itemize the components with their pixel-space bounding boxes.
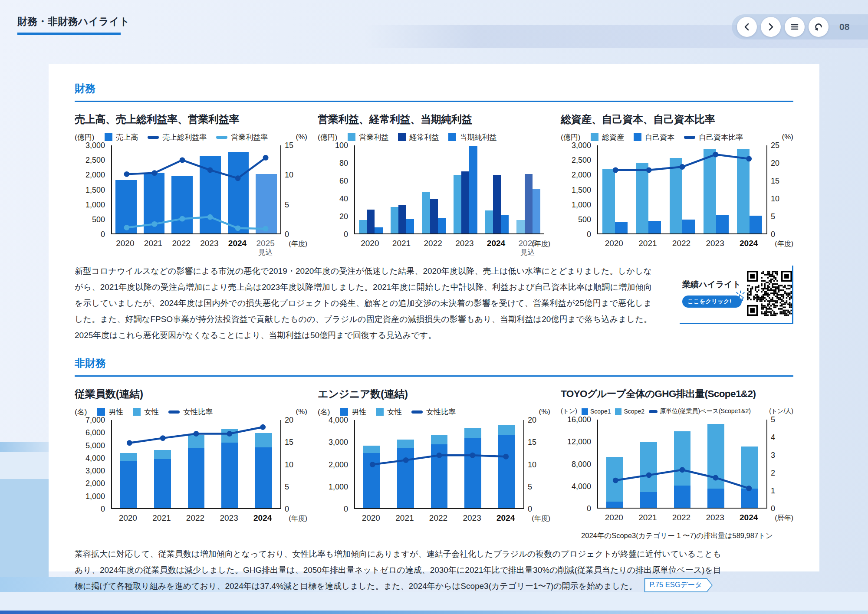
plot-box bbox=[597, 145, 767, 234]
esg-data-link[interactable]: P.75 ESGデータ bbox=[644, 578, 713, 592]
legend-square-marker bbox=[376, 408, 384, 416]
x-axis-unit: (年度) bbox=[532, 240, 550, 249]
legend-item: 女性 bbox=[133, 407, 159, 417]
legend-label: 売上総利益率 bbox=[162, 132, 207, 142]
chart-title: 売上高、売上総利益率、営業利益率 bbox=[75, 112, 307, 126]
x-axis-label: 2024 bbox=[740, 513, 758, 522]
y-axis-tick: 2,500 bbox=[561, 156, 591, 164]
legend-item: Scope1 bbox=[582, 408, 611, 415]
plot-box bbox=[597, 420, 767, 509]
legend-label: 売上高 bbox=[116, 132, 138, 142]
x-axis-label: 2021 bbox=[144, 239, 162, 248]
data-point bbox=[194, 431, 199, 437]
legend-item: 経常利益 bbox=[398, 132, 439, 142]
menu-button[interactable] bbox=[785, 17, 805, 37]
legend-item: Scope2 bbox=[615, 408, 644, 415]
legend-square-marker bbox=[634, 133, 641, 141]
trend-lines bbox=[355, 420, 523, 508]
esg-link-label: P.75 ESGデータ bbox=[645, 579, 712, 591]
x-axis-label: 2020 bbox=[605, 513, 623, 522]
legend-square-marker bbox=[591, 133, 598, 141]
y2-axis-tick: 1 bbox=[771, 486, 775, 495]
data-point bbox=[613, 167, 618, 173]
bar-segment bbox=[430, 199, 438, 233]
x-axis-label: 2022 bbox=[429, 513, 447, 522]
legend-line-marker bbox=[649, 410, 658, 413]
legend-label: 総資産 bbox=[602, 132, 624, 142]
x-axis-label: 2020 bbox=[362, 513, 380, 522]
section-heading-non-financial: 非財務 bbox=[75, 356, 793, 377]
y2-axis-tick: 5 bbox=[285, 483, 289, 491]
page-title: 財務・非財務ハイライト bbox=[17, 15, 130, 28]
legend-item: 自己資本 bbox=[634, 132, 674, 142]
legend-label: 経常利益 bbox=[409, 132, 439, 142]
chevron-left-icon bbox=[742, 22, 752, 32]
click-here-button[interactable]: ここをクリック! bbox=[682, 296, 742, 308]
data-point bbox=[127, 440, 132, 446]
chart-legend: (トン)Scope1Scope2原単位(従業員)ベース(Scope1&2)(トン… bbox=[561, 405, 793, 418]
financial-commentary-row: 新型コロナウイルスなどの影響による市況の悪化で2019・2020年度の受注が低迷… bbox=[75, 263, 793, 343]
legend-label: 自己資本 bbox=[645, 132, 674, 142]
bar-segment bbox=[454, 175, 461, 233]
legend-item: 営業利益率 bbox=[216, 132, 268, 142]
legend-label: 女性比率 bbox=[183, 407, 213, 417]
data-point bbox=[370, 462, 375, 467]
x-axis-label: 2021 bbox=[638, 239, 657, 248]
plot-box bbox=[111, 420, 281, 509]
page-number: 08 bbox=[839, 22, 849, 32]
content-card: 財務 売上高、売上総利益率、営業利益率 (億円)売上高売上総利益率営業利益率(%… bbox=[49, 64, 819, 571]
chart-legend: (名)男性女性女性比率(%) bbox=[75, 405, 307, 418]
y-axis-tick: 7,000 bbox=[75, 416, 105, 424]
return-button[interactable] bbox=[809, 17, 829, 37]
x-axis-label: 2022 bbox=[672, 239, 690, 248]
chart-canvas: (トン)Scope1Scope2原単位(従業員)ベース(Scope1&2)(トン… bbox=[561, 405, 793, 541]
data-point bbox=[124, 225, 129, 230]
prev-page-button[interactable] bbox=[737, 17, 757, 37]
bar-segment bbox=[533, 189, 540, 234]
legend-line-marker bbox=[168, 410, 180, 414]
click-cursor-icon bbox=[735, 290, 746, 303]
x-axis: 202020212022202320242025見込(年度) bbox=[318, 234, 550, 257]
y2-axis-tick: 10 bbox=[285, 171, 293, 179]
x-axis-label: 2021 bbox=[152, 513, 171, 522]
y2-axis-tick: 15 bbox=[285, 141, 293, 150]
trend-lines bbox=[598, 420, 766, 508]
chart-sales-margins: 売上高、売上総利益率、営業利益率 (億円)売上高売上総利益率営業利益率(%)05… bbox=[75, 112, 307, 257]
axis-unit-right: (%) bbox=[539, 407, 550, 416]
chart-title: 従業員数(連結) bbox=[75, 387, 307, 401]
bar-segment bbox=[422, 192, 430, 233]
axis-unit-right: (%) bbox=[296, 407, 307, 416]
data-point bbox=[180, 157, 185, 163]
data-point bbox=[403, 457, 409, 463]
data-point bbox=[503, 454, 509, 460]
trend-lines bbox=[112, 420, 280, 508]
legend-line-marker bbox=[148, 136, 159, 139]
y-axis-tick: 100 bbox=[318, 141, 348, 150]
x-axis-unit: (年度) bbox=[775, 240, 793, 249]
y-axis-tick: 1,500 bbox=[561, 186, 591, 194]
chart-legend: (億円)売上高売上総利益率営業利益率(%) bbox=[75, 131, 307, 144]
y2-axis-tick: 10 bbox=[528, 460, 536, 469]
x-axis-label: 2023 bbox=[200, 239, 218, 248]
x-axis: 20202021202220232024(年度) bbox=[318, 509, 550, 532]
data-point bbox=[263, 226, 269, 232]
y-axis-tick: 2,000 bbox=[318, 460, 348, 469]
plot-area: 05001,0001,5002,0002,5003,0000510152025 bbox=[561, 145, 793, 234]
chart-title: エンジニア数(連結) bbox=[318, 387, 550, 401]
y2-axis-tick: 5 bbox=[771, 212, 775, 221]
bar-segment bbox=[406, 219, 414, 233]
data-point bbox=[437, 453, 442, 458]
trend-line bbox=[127, 158, 266, 178]
legend-item: 売上総利益率 bbox=[148, 132, 207, 142]
chart-profits: 営業利益、経常利益、当期純利益 (億円)営業利益経常利益当期純利益0204060… bbox=[318, 112, 550, 257]
legend-square-marker bbox=[582, 408, 588, 415]
x-axis-label: 2023 bbox=[706, 513, 724, 522]
legend-line-marker bbox=[216, 136, 227, 139]
data-point bbox=[613, 478, 618, 483]
bar-segment bbox=[438, 218, 446, 233]
chart-ghg-emissions: TOYOグループ全体のGHG排出量(Scope1&2) (トン)Scope1Sc… bbox=[561, 387, 793, 541]
legend-label: 女性 bbox=[387, 407, 402, 417]
legend-line-marker bbox=[411, 410, 423, 414]
next-page-button[interactable] bbox=[761, 17, 781, 37]
x-axis-label: 2022 bbox=[672, 513, 690, 522]
